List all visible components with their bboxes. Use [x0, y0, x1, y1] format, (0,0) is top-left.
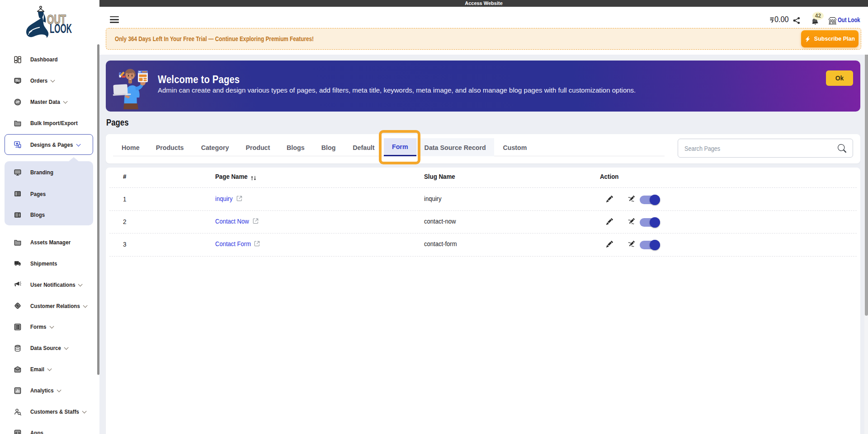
svg-text:LOOK: LOOK: [50, 21, 72, 36]
